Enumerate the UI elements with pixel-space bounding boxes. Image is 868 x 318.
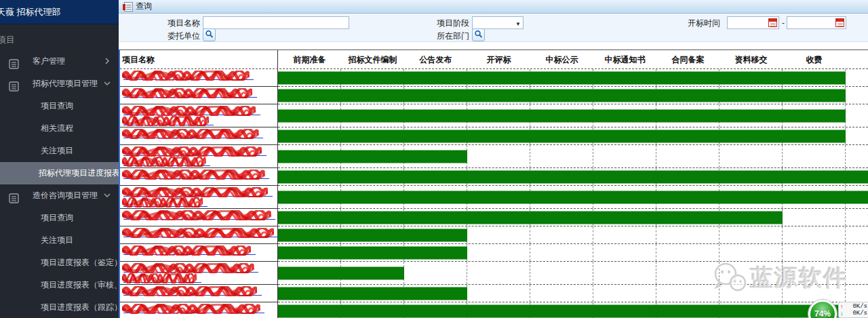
column-header-前期准备: 前期准备 xyxy=(278,50,341,68)
redacted-project-name-link[interactable] xyxy=(120,186,278,209)
table-row xyxy=(120,186,868,209)
sidebar-item-项目进度报表（跟踪）[interactable]: 项目进度报表（跟踪） xyxy=(0,296,119,318)
redacted-project-name-link[interactable] xyxy=(120,168,278,186)
list-icon xyxy=(9,78,20,89)
magnifier-icon xyxy=(474,30,483,39)
stage-grid-cell xyxy=(404,262,467,284)
sidebar-item-相关流程[interactable]: 相关流程 xyxy=(0,117,119,140)
list-icon xyxy=(9,190,20,201)
sidebar-item-label: 客户管理 xyxy=(33,56,65,66)
sidebar-item-项目进度报表（审核、编制[interactable]: 项目进度报表（审核、编制 xyxy=(0,274,119,296)
red-redaction-scribble xyxy=(122,286,257,296)
progress-bar xyxy=(278,150,467,163)
project-name-line xyxy=(122,88,277,98)
sidebar-item-客户管理[interactable]: 客户管理 xyxy=(0,50,119,73)
gantt-cell xyxy=(278,127,868,145)
red-redaction-scribble xyxy=(122,146,262,157)
sidebar: 天薇 招标代理部 项目 客户管理招标代理项目管理项目查询相关流程关注项目招标代理… xyxy=(0,0,119,318)
project-name-line xyxy=(122,286,277,296)
project-name-line xyxy=(122,210,277,220)
stage-grid-cell xyxy=(593,285,656,302)
stage-grid-cell xyxy=(719,262,783,284)
stage-grid-cell xyxy=(846,69,868,86)
stage-grid-cell xyxy=(467,145,530,167)
date-range-separator: - xyxy=(782,16,785,30)
stage-grid-cell xyxy=(783,226,846,243)
stage-grid-cell xyxy=(593,226,656,243)
redacted-project-name-link[interactable] xyxy=(120,209,278,226)
gantt-cell xyxy=(278,69,868,87)
date-to-input[interactable] xyxy=(787,16,846,29)
stage-grid-cell xyxy=(783,244,846,261)
gantt-cell xyxy=(278,168,868,186)
stage-grid-cell xyxy=(719,226,783,243)
gantt-cell xyxy=(278,87,868,104)
sidebar-item-label: 项目查询 xyxy=(41,101,73,111)
redacted-project-name-link[interactable] xyxy=(120,145,278,168)
stage-grid-cell xyxy=(467,244,530,261)
chevron-down-icon xyxy=(104,80,111,87)
project-name-line xyxy=(122,129,277,139)
sidebar-item-label: 项目进度报表（鉴定） xyxy=(41,258,119,267)
stage-grid-cell xyxy=(593,244,656,261)
progress-bar xyxy=(278,191,868,203)
project-name-label: 项目名称 xyxy=(132,16,200,30)
sidebar-item-项目查询[interactable]: 项目查询 xyxy=(0,95,119,117)
table-row xyxy=(120,262,868,285)
sidebar-item-关注项目[interactable]: 关注项目 xyxy=(0,229,119,252)
stage-grid-cell xyxy=(783,262,846,284)
progress-bar xyxy=(278,170,868,183)
project-name-input[interactable] xyxy=(203,16,349,29)
table-row xyxy=(120,168,868,186)
calendar-icon[interactable] xyxy=(835,18,844,27)
redacted-project-name-link[interactable] xyxy=(120,226,278,244)
redacted-project-name-link[interactable] xyxy=(120,262,278,285)
sidebar-item-项目进度报表（鉴定）[interactable]: 项目进度报表（鉴定） xyxy=(0,252,119,274)
redacted-project-name-link[interactable] xyxy=(120,285,278,302)
sidebar-item-招标代理项目进度报表[interactable]: 招标代理项目进度报表 xyxy=(0,162,119,184)
redacted-project-name-link[interactable] xyxy=(120,69,278,87)
redacted-project-name-link[interactable] xyxy=(120,302,278,318)
red-redaction-scribble xyxy=(122,88,252,98)
redacted-project-name-link[interactable] xyxy=(120,244,278,262)
sidebar-item-项目查询[interactable]: 项目查询 xyxy=(0,207,119,229)
table-row xyxy=(120,244,868,262)
stage-grid-cell xyxy=(593,145,656,167)
column-header-招标文件编制: 招标文件编制 xyxy=(341,50,404,68)
progress-report-table: 项目名称 前期准备招标文件编制公告发布开评标中标公示中标通知书合同备案资料移交收… xyxy=(119,49,868,318)
stage-grid-cell xyxy=(530,285,593,302)
red-redaction-scribble xyxy=(122,304,260,314)
redacted-project-name-link[interactable] xyxy=(120,104,278,127)
project-phase-select[interactable]: ▼ xyxy=(472,16,524,29)
upload-arrow-icon: ↑ xyxy=(840,303,844,310)
sidebar-item-label: 项目进度报表（审核、编制 xyxy=(41,280,119,290)
stage-grid-cell xyxy=(846,127,868,144)
sidebar-item-关注项目[interactable]: 关注项目 xyxy=(0,140,119,162)
stage-headers: 前期准备招标文件编制公告发布开评标中标公示中标通知书合同备案资料移交收费归档 xyxy=(278,50,868,68)
red-redaction-scribble xyxy=(122,273,197,283)
department-search-button[interactable] xyxy=(472,28,485,41)
memory-usage-badge[interactable]: 74% xyxy=(808,300,837,318)
list-icon xyxy=(9,56,20,66)
redacted-project-name-link[interactable] xyxy=(120,87,278,104)
project-name-line xyxy=(122,263,277,273)
project-name-line xyxy=(122,146,277,157)
sidebar-section-label: 项目 xyxy=(0,24,119,50)
query-button[interactable]: 查询 xyxy=(124,1,152,12)
sidebar-item-造价咨询项目管理[interactable]: 造价咨询项目管理 xyxy=(0,184,119,207)
stage-grid-cell xyxy=(530,262,593,284)
stage-grid-cell xyxy=(656,262,719,284)
calendar-icon[interactable] xyxy=(768,18,777,27)
progress-bar xyxy=(278,266,404,279)
sidebar-item-招标代理项目管理[interactable]: 招标代理项目管理 xyxy=(0,73,119,95)
gantt-cell xyxy=(278,285,868,302)
stage-grid-cell xyxy=(656,145,719,167)
stage-grid-cell xyxy=(656,244,719,261)
project-name-line xyxy=(122,106,277,116)
gantt-cell xyxy=(278,226,868,244)
sidebar-item-label: 关注项目 xyxy=(41,146,73,155)
column-header-归档: 归档 xyxy=(846,50,868,68)
date-from-input[interactable] xyxy=(727,16,779,29)
client-search-button[interactable] xyxy=(203,28,216,41)
redacted-project-name-link[interactable] xyxy=(120,127,278,145)
